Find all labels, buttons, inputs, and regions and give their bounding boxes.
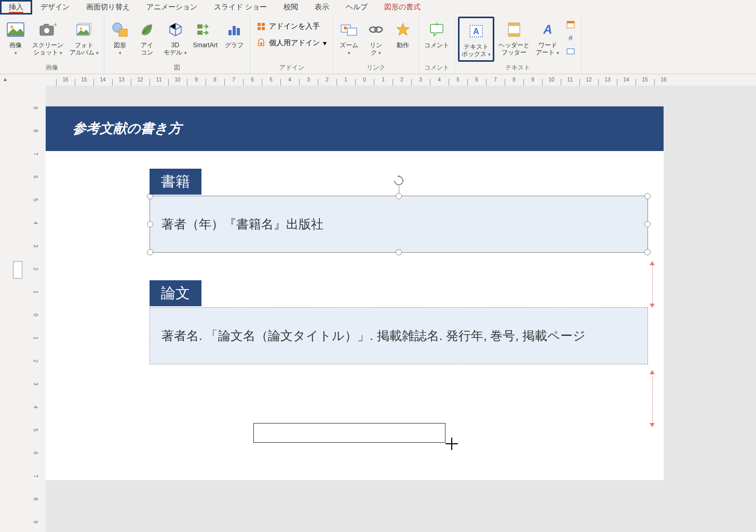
svg-text:A: A bbox=[543, 22, 552, 36]
zoom-button[interactable]: ズーム▾ bbox=[336, 17, 361, 59]
smartart-button[interactable]: SmartArt bbox=[191, 17, 220, 51]
tab-bar: 挿入 デザイン 画面切り替え アニメーション スライド ショー 校閲 表示 ヘル… bbox=[0, 0, 756, 15]
object-icon bbox=[566, 47, 575, 58]
resize-handle[interactable] bbox=[147, 221, 153, 227]
resize-handle[interactable] bbox=[644, 249, 651, 255]
svg-rect-12 bbox=[197, 31, 203, 35]
link-button[interactable]: リン ク ▾ bbox=[363, 17, 388, 59]
resize-handle[interactable] bbox=[396, 193, 402, 199]
wordart-button[interactable]: A ワード アート ▾ bbox=[534, 17, 561, 59]
textbox-button[interactable]: A テキスト ボックス ▾ bbox=[458, 17, 494, 62]
svg-rect-15 bbox=[237, 28, 240, 35]
my-addins-button[interactable]: 個人用アドイン ▾ bbox=[253, 37, 330, 49]
vertical-ruler: 9 8 7 6 5 4 3 2 1 0 1 2 3 4 5 6 7 8 9 bbox=[25, 86, 46, 532]
new-textbox-drawing[interactable] bbox=[253, 423, 446, 443]
star-icon bbox=[396, 19, 410, 40]
get-addins-button[interactable]: アドインを入手 bbox=[253, 21, 330, 32]
get-addins-label: アドインを入手 bbox=[269, 22, 320, 31]
tab-transitions[interactable]: 画面切り替え bbox=[78, 0, 138, 15]
3d-models-button[interactable]: 3D モデル ▾ bbox=[161, 17, 188, 59]
slide: 参考文献の書き方 書籍 bbox=[46, 106, 664, 480]
wordart-icon: A bbox=[541, 19, 555, 40]
ribbon-group-text: A テキスト ボックス ▾ ヘッダーと フッター A ワード アート ▾ bbox=[455, 15, 582, 74]
svg-text:+: + bbox=[435, 22, 439, 28]
pictures-button[interactable]: 画像▾ bbox=[3, 17, 28, 59]
tab-design[interactable]: デザイン bbox=[32, 0, 78, 15]
svg-rect-11 bbox=[197, 24, 203, 29]
resize-handle[interactable] bbox=[396, 249, 402, 255]
textbox-book-text: 著者（年）『書籍名』出版社 bbox=[161, 217, 323, 231]
alignment-guide bbox=[652, 262, 653, 307]
scroll-up-icon[interactable]: ▲ bbox=[3, 76, 8, 82]
number-icon: # bbox=[566, 33, 575, 44]
horizontal-ruler: 1615141312111098765432101234567891011121… bbox=[25, 74, 756, 86]
tab-review[interactable]: 校閲 bbox=[275, 0, 306, 15]
action-button[interactable]: 動作 bbox=[390, 17, 415, 51]
slide-title[interactable]: 参考文献の書き方 bbox=[73, 119, 182, 138]
photo-album-button[interactable]: フォト アルバム ▾ bbox=[68, 17, 101, 59]
svg-rect-20 bbox=[260, 43, 262, 45]
group-label-comments: コメント bbox=[422, 62, 451, 74]
camera-icon: + bbox=[39, 19, 57, 40]
slide-header: 参考文献の書き方 bbox=[46, 106, 664, 151]
resize-handle[interactable] bbox=[147, 249, 153, 255]
svg-rect-13 bbox=[228, 30, 232, 35]
thumbnail-pane bbox=[10, 74, 25, 532]
tab-view[interactable]: 表示 bbox=[306, 0, 338, 15]
object-button[interactable] bbox=[564, 46, 577, 58]
calendar-icon bbox=[566, 20, 575, 31]
svg-rect-14 bbox=[233, 26, 236, 35]
tab-shape-format[interactable]: 図形の書式 bbox=[376, 0, 429, 15]
ribbon-group-images: 画像▾ + スクリーン ショット ▾ フォト アルバム ▾ 画像 bbox=[0, 15, 104, 74]
chart-button[interactable]: グラフ bbox=[222, 17, 247, 51]
svg-text:A: A bbox=[473, 27, 479, 36]
ribbon-group-comments: + コメント コメント bbox=[419, 15, 455, 74]
cube-icon bbox=[168, 19, 183, 40]
tab-slideshow[interactable]: スライド ショー bbox=[206, 0, 275, 15]
svg-rect-16 bbox=[258, 23, 261, 26]
store-icon bbox=[256, 22, 266, 31]
svg-point-8 bbox=[80, 28, 83, 30]
zoom-icon bbox=[340, 19, 358, 40]
header-footer-icon bbox=[507, 19, 521, 40]
comment-button[interactable]: + コメント bbox=[422, 17, 451, 51]
tab-help[interactable]: ヘルプ bbox=[338, 0, 376, 15]
svg-rect-35 bbox=[567, 21, 574, 23]
svg-rect-18 bbox=[258, 27, 261, 30]
resize-handle[interactable] bbox=[644, 193, 651, 199]
svg-rect-3 bbox=[44, 24, 49, 26]
shapes-button[interactable]: 図形▾ bbox=[107, 17, 132, 59]
slide-thumbnail[interactable] bbox=[13, 261, 22, 279]
leaf-icon bbox=[139, 19, 155, 40]
tab-animations[interactable]: アニメーション bbox=[138, 0, 206, 15]
screenshot-button[interactable]: + スクリーン ショット ▾ bbox=[30, 17, 65, 59]
tag-book[interactable]: 書籍 bbox=[150, 169, 201, 195]
icons-button[interactable]: アイ コン bbox=[134, 17, 159, 59]
crosshair-cursor bbox=[446, 438, 458, 450]
header-footer-button[interactable]: ヘッダーと フッター bbox=[496, 17, 532, 59]
chart-icon bbox=[226, 19, 242, 40]
svg-rect-32 bbox=[508, 33, 520, 36]
tab-insert[interactable]: 挿入 bbox=[0, 0, 32, 15]
group-label-links: リンク bbox=[336, 62, 415, 74]
resize-handle[interactable] bbox=[644, 221, 651, 227]
svg-rect-22 bbox=[347, 28, 357, 35]
svg-point-4 bbox=[44, 28, 49, 33]
slide-number-button[interactable]: # bbox=[564, 32, 577, 45]
textbox-paper-text: 著者名. 「論文名（論文タイトル）」. 掲載雑誌名. 発行年, 巻号, 掲載ペー… bbox=[161, 329, 586, 343]
svg-point-1 bbox=[10, 25, 14, 29]
svg-point-23 bbox=[344, 26, 347, 30]
my-addins-label: 個人用アドイン bbox=[269, 38, 320, 48]
date-time-button[interactable] bbox=[564, 19, 577, 31]
tag-paper[interactable]: 論文 bbox=[150, 280, 201, 306]
textbox-paper[interactable]: 著者名. 「論文名（論文タイトル）」. 掲載雑誌名. 発行年, 巻号, 掲載ペー… bbox=[150, 307, 648, 364]
rotate-handle[interactable] bbox=[393, 174, 405, 187]
slide-canvas[interactable]: 参考文献の書き方 書籍 bbox=[46, 86, 756, 532]
svg-text:+: + bbox=[53, 23, 57, 29]
textbox-book[interactable]: 著者（年）『書籍名』出版社 bbox=[150, 196, 648, 253]
svg-rect-10 bbox=[119, 29, 127, 36]
comment-icon: + bbox=[429, 19, 444, 40]
ribbon-group-illustrations: 図形▾ アイ コン 3D モデル ▾ bbox=[104, 15, 250, 74]
group-label-addins: アドイン bbox=[253, 62, 330, 74]
link-icon bbox=[368, 19, 384, 40]
